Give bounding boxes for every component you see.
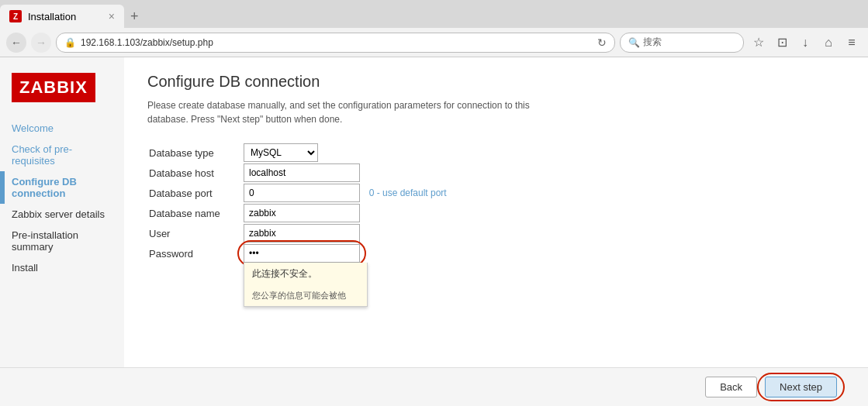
password-input[interactable] — [244, 244, 360, 263]
zabbix-logo: ZABBIX — [12, 73, 95, 102]
user-row: User — [149, 224, 549, 243]
user-label: User — [149, 224, 242, 243]
back-button[interactable]: ← — [6, 33, 26, 53]
page-wrapper: ZABBIX Welcome Check of pre-requisites C… — [0, 57, 868, 406]
autocomplete-hint-line2: 您公享的信息可能会被他 — [244, 285, 367, 306]
bottom-bar: Back Next step — [0, 367, 868, 406]
user-input[interactable] — [244, 224, 360, 243]
sidebar-nav: Welcome Check of pre-requisites Configur… — [0, 118, 124, 278]
sidebar-item-server-details[interactable]: Zabbix server details — [0, 204, 124, 225]
lock-icon: 🔒 — [64, 37, 76, 48]
sidebar-item-welcome[interactable]: Welcome — [0, 118, 124, 139]
address-bar: ← → 🔒 192.168.1.103/zabbix/setup.php ↻ 🔍… — [0, 28, 868, 57]
url-text: 192.168.1.103/zabbix/setup.php — [81, 37, 593, 48]
db-type-cell: MySQL PostgreSQL Oracle DB2 — [244, 143, 549, 162]
search-bar[interactable]: 🔍 搜索 — [620, 33, 744, 53]
db-host-cell — [244, 163, 549, 182]
db-type-select[interactable]: MySQL PostgreSQL Oracle DB2 — [244, 143, 318, 162]
db-host-row: Database host — [149, 163, 549, 182]
user-cell — [244, 224, 549, 243]
sidebar: ZABBIX Welcome Check of pre-requisites C… — [0, 57, 124, 406]
db-config-form: Database type MySQL PostgreSQL Oracle DB… — [147, 142, 551, 264]
sidebar-item-pre-install[interactable]: Pre-installation summary — [0, 225, 124, 257]
save-page-button[interactable]: ⊡ — [772, 33, 792, 53]
url-bar[interactable]: 🔒 192.168.1.103/zabbix/setup.php ↻ — [56, 33, 615, 53]
password-row: Password 此连接不安全。 您公享的信息可能会被他 — [149, 244, 549, 263]
db-port-cell: 0 - use default port — [244, 184, 549, 202]
autocomplete-dropdown: 此连接不安全。 您公享的信息可能会被他 — [244, 263, 368, 307]
forward-button[interactable]: → — [31, 33, 51, 53]
password-cell: 此连接不安全。 您公享的信息可能会被他 — [244, 244, 549, 263]
db-name-label: Database name — [149, 204, 242, 222]
password-label: Password — [149, 244, 242, 263]
search-icon: 🔍 — [628, 37, 640, 48]
reload-button[interactable]: ↻ — [597, 36, 607, 49]
tab-favicon: Z — [9, 10, 22, 22]
search-placeholder-text: 搜索 — [643, 36, 662, 49]
main-content: Configure DB connection Please create da… — [124, 57, 868, 406]
download-button[interactable]: ↓ — [795, 33, 815, 53]
back-button[interactable]: Back — [705, 377, 757, 397]
sidebar-item-db-config[interactable]: Configure DB connection — [0, 171, 124, 204]
tab-close-button[interactable]: × — [109, 10, 115, 22]
autocomplete-hint-line1: 此连接不安全。 — [244, 263, 367, 285]
db-type-label: Database type — [149, 143, 242, 162]
db-name-cell — [244, 204, 549, 222]
db-host-label: Database host — [149, 163, 242, 182]
password-wrapper: 此连接不安全。 您公享的信息可能会被他 — [244, 244, 360, 263]
sidebar-item-install[interactable]: Install — [0, 257, 124, 278]
home-button[interactable]: ⌂ — [818, 33, 839, 53]
db-host-input[interactable] — [244, 163, 360, 182]
page-description: Please create database manually, and set… — [147, 98, 535, 126]
next-step-button[interactable]: Next step — [765, 377, 837, 397]
new-tab-button[interactable]: + — [124, 9, 145, 25]
db-port-row: Database port 0 - use default port — [149, 184, 549, 202]
browser-chrome: Z Installation × + ← → 🔒 192.168.1.103/z… — [0, 0, 868, 57]
db-type-row: Database type MySQL PostgreSQL Oracle DB… — [149, 143, 549, 162]
db-port-label: Database port — [149, 184, 242, 202]
db-port-input[interactable] — [244, 184, 360, 202]
db-name-row: Database name — [149, 204, 549, 222]
page-title: Configure DB connection — [147, 73, 845, 91]
db-name-input[interactable] — [244, 204, 360, 222]
tab-bar: Z Installation × + — [0, 0, 868, 28]
tab-title: Installation — [28, 11, 102, 22]
menu-button[interactable]: ≡ — [842, 33, 862, 53]
sidebar-item-prereq[interactable]: Check of pre-requisites — [0, 139, 124, 171]
active-tab[interactable]: Z Installation × — [0, 5, 124, 28]
db-port-hint: 0 - use default port — [369, 188, 447, 198]
toolbar-icons: ☆ ⊡ ↓ ⌂ ≡ — [749, 33, 862, 53]
bookmark-button[interactable]: ☆ — [749, 33, 769, 53]
content-area: ZABBIX Welcome Check of pre-requisites C… — [0, 57, 868, 406]
